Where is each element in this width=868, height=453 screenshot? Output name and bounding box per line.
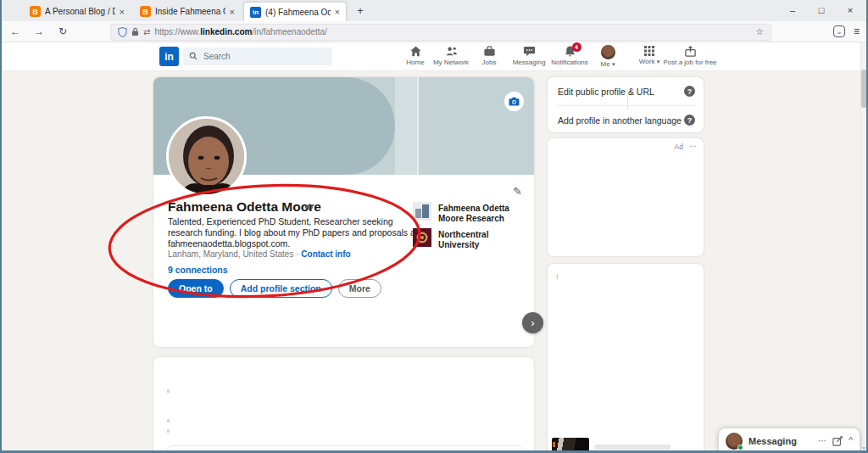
tab-linkedin-active[interactable]: in (4) Fahmeena Odetta Moore | L ×	[243, 2, 347, 21]
address-bar[interactable]: ⇄ https://www.linkedin.com/in/fahmeenaod…	[110, 24, 771, 41]
edit-banner-camera-button[interactable]	[504, 92, 524, 111]
tab-blog-diary[interactable]: B A Personal Blog / Digital Diary ×	[24, 2, 131, 21]
loading-text-bar	[594, 445, 670, 450]
post-job-icon	[684, 45, 697, 58]
reload-button[interactable]: ↻	[54, 23, 71, 40]
tracking-protection-shield-icon[interactable]	[118, 27, 127, 37]
northcentral-university-logo	[413, 228, 431, 247]
hamburger-menu-icon[interactable]: ≡	[854, 25, 860, 37]
add-profile-section-button[interactable]: Add profile section	[230, 279, 332, 298]
jobs-briefcase-icon	[483, 45, 496, 58]
activity-section-card	[153, 356, 535, 453]
search-input[interactable]	[183, 48, 332, 65]
edit-public-profile-row[interactable]: Edit public profile & URL ?	[558, 77, 695, 105]
compose-message-icon[interactable]	[832, 436, 843, 446]
window-close-button[interactable]: ×	[836, 0, 865, 21]
new-tab-button[interactable]: +	[353, 3, 368, 19]
loading-placeholder	[167, 389, 170, 393]
help-question-icon[interactable]: ?	[684, 86, 695, 97]
close-tab-icon[interactable]: ×	[120, 7, 125, 17]
window-border	[0, 0, 2, 453]
chevron-down-icon: ▾	[612, 61, 615, 67]
name-pronunciation-speaker-icon[interactable]	[304, 202, 314, 212]
browser-tab-bar: B A Personal Blog / Digital Diary × B In…	[0, 0, 868, 21]
window-maximize-button[interactable]: □	[807, 0, 836, 21]
home-icon	[409, 45, 422, 58]
nav-jobs[interactable]: Jobs	[473, 45, 505, 70]
contact-info-link[interactable]: Contact info	[301, 249, 350, 259]
my-network-icon	[445, 45, 458, 58]
nav-me[interactable]: Me ▾	[593, 45, 622, 70]
banner-shape	[417, 77, 419, 175]
camera-icon	[509, 97, 520, 106]
help-question-icon[interactable]: ?	[684, 115, 695, 126]
close-tab-icon[interactable]: ×	[230, 7, 235, 17]
sidebar-loading-card: I	[547, 263, 704, 453]
browser-toolbar: ← → ↻ ⇄ https://www.linkedin.com/in/fahm…	[0, 21, 868, 42]
url-text[interactable]: https://www.linkedin.com/in/fahmeenaodet…	[154, 27, 751, 36]
window-minimize-button[interactable]: –	[778, 0, 807, 21]
permissions-icon[interactable]: ⇄	[143, 27, 150, 36]
nav-my-network[interactable]: My Network	[428, 45, 474, 70]
messaging-avatar	[726, 433, 743, 450]
loading-placeholder	[167, 429, 170, 433]
profile-card: ✎ Fahmeena Odetta Moore Talented, Experi…	[153, 76, 535, 348]
lock-icon[interactable]	[131, 27, 139, 36]
close-tab-icon[interactable]: ×	[335, 7, 340, 17]
messaging-icon	[523, 45, 536, 58]
tab-title: A Personal Blog / Digital Diary	[45, 7, 115, 16]
profile-headline: Talented, Experienced PhD Student, Resea…	[168, 216, 424, 249]
profile-location: Lanham, Maryland, United States · Contac…	[168, 249, 351, 259]
nav-messaging[interactable]: Messaging	[507, 45, 551, 70]
tab-title: Inside Fahmeena Odetta's Head	[155, 7, 225, 16]
connections-link[interactable]: 9 connections	[168, 265, 228, 275]
org-education[interactable]: Northcentral University	[413, 228, 531, 250]
ad-label: Ad	[675, 143, 683, 151]
edit-intro-pencil-icon[interactable]: ✎	[513, 185, 522, 198]
messaging-title: Messaging	[748, 436, 812, 446]
linkedin-logo[interactable]: in	[159, 47, 179, 66]
back-button[interactable]: ←	[7, 23, 24, 40]
linkedin-favicon-icon: in	[250, 7, 261, 18]
ad-options-icon[interactable]: ⋯	[689, 142, 697, 150]
profile-photo[interactable]	[166, 116, 247, 197]
thumbnail-detail	[553, 442, 555, 447]
profile-photo-image	[169, 119, 247, 197]
nav-divider	[627, 89, 628, 109]
blogger-favicon-icon: B	[140, 6, 151, 17]
profile-tools-card: Edit public profile & URL ? Add profile …	[547, 76, 704, 133]
forward-button[interactable]: →	[31, 23, 47, 40]
add-profile-language-row[interactable]: Add profile in another language ?	[558, 106, 695, 134]
notification-count-badge: 4	[572, 42, 581, 52]
expand-messaging-icon[interactable]: ^	[849, 436, 853, 445]
nav-post-job[interactable]: Post a job for free	[659, 45, 721, 70]
bookmark-star-icon[interactable]: ☆	[755, 26, 764, 37]
next-suggestions-button[interactable]: ›	[522, 312, 543, 333]
ad-card: Ad ⋯	[547, 137, 704, 257]
linkedin-navbar: in Home My Network Jobs Messaging 4 Noti…	[2, 42, 860, 71]
me-avatar	[601, 45, 615, 59]
messaging-dock[interactable]: Messaging ⋯ ^	[719, 428, 860, 453]
tab-title: (4) Fahmeena Odetta Moore | L	[265, 8, 331, 17]
org-current-company[interactable]: Fahmeena Odetta Moore Research	[413, 202, 531, 224]
messaging-options-icon[interactable]: ⋯	[818, 436, 826, 445]
nav-notifications[interactable]: 4 Notifications	[546, 45, 593, 70]
more-button[interactable]: More	[338, 279, 381, 298]
loading-placeholder	[167, 419, 170, 422]
loading-text: I	[556, 272, 559, 281]
presence-indicator	[737, 445, 743, 450]
profile-name: Fahmeena Odetta Moore	[168, 199, 321, 215]
tab-inside-head[interactable]: B Inside Fahmeena Odetta's Head ×	[134, 2, 241, 21]
work-grid-icon	[643, 45, 655, 57]
blogger-favicon-icon: B	[30, 6, 41, 17]
open-to-button[interactable]: Open to	[168, 279, 224, 298]
banner-shape	[395, 77, 417, 175]
browser-badge-icon[interactable]: ⌄	[833, 25, 845, 37]
research-org-logo	[413, 202, 431, 221]
search-icon	[189, 52, 198, 60]
